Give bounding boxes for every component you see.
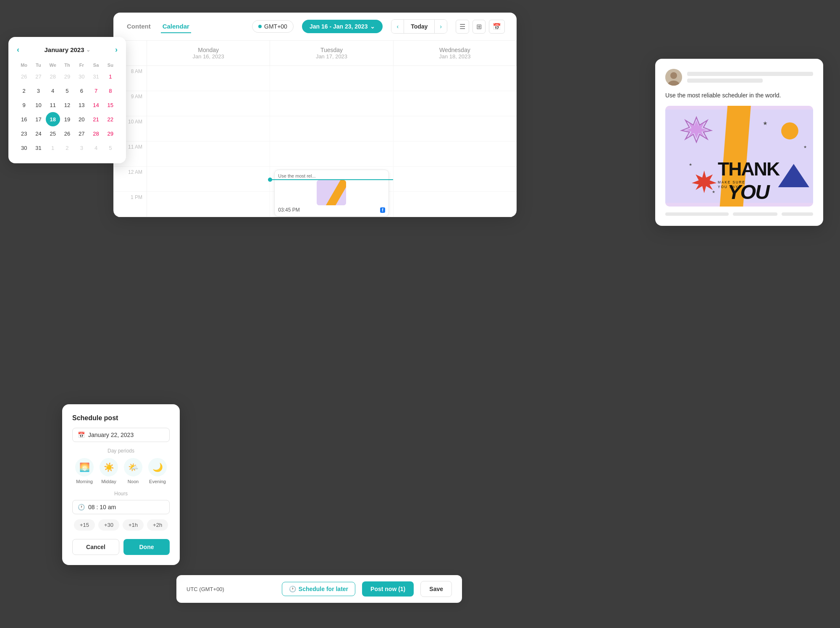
footer-line-2 xyxy=(733,212,777,216)
save-button[interactable]: Save xyxy=(420,581,452,597)
period-noon[interactable]: 🌤️ Noon xyxy=(124,458,142,484)
mini-calendar-title: January 2023 ⌄ xyxy=(44,46,90,53)
today-button[interactable]: Today xyxy=(404,20,435,33)
time-adjusters-group: +15 +30 +1h +2h xyxy=(72,519,170,531)
period-evening[interactable]: 🌙 Evening xyxy=(148,458,167,484)
weekday-sa: Sa xyxy=(89,61,103,69)
hours-label: Hours xyxy=(72,491,170,497)
midday-label: Midday xyxy=(101,479,116,484)
svg-text:★: ★ xyxy=(803,145,807,149)
evening-icon: 🌙 xyxy=(148,458,167,476)
post-thumbnail xyxy=(317,180,346,205)
tuesday-column: Use the most rel... 03:45 PM f xyxy=(270,66,393,217)
clock-icon: 🕐 xyxy=(78,504,85,510)
period-midday[interactable]: ☀️ Midday xyxy=(100,458,118,484)
tab-content[interactable]: Content xyxy=(125,20,152,33)
weekday-tu: Tu xyxy=(31,61,45,69)
calendar-add-button[interactable]: 📅 xyxy=(489,20,505,34)
day-periods-label: Day periods xyxy=(72,448,170,454)
thank-you-image-svg: ★ ★ ★ ★ THANK MAKE SURE YOU SAY YOU xyxy=(665,106,813,207)
mini-calendar: ‹ January 2023 ⌄ › Mo Tu We Th Fr Sa Su … xyxy=(8,37,126,163)
preview-header xyxy=(665,69,813,86)
dialog-actions: Cancel Done xyxy=(72,539,170,555)
weekday-we: We xyxy=(46,61,60,69)
post-preview-panel: Use the most reliable scheduler in the w… xyxy=(655,59,823,226)
midday-icon: ☀️ xyxy=(100,458,118,476)
view-toggle-group: ☰ ⊞ 📅 xyxy=(456,20,505,34)
post-now-button[interactable]: Post now (1) xyxy=(362,581,414,597)
prev-month-button[interactable]: ‹ xyxy=(17,45,19,54)
noon-label: Noon xyxy=(128,479,139,484)
time-input[interactable]: 🕐 08 : 10 am xyxy=(72,500,170,514)
gmt-label: GMT+00 xyxy=(264,23,287,30)
day-26-prev[interactable]: 26 xyxy=(17,69,31,84)
post-preview-text: Use the most rel... xyxy=(278,173,385,178)
avatar-image xyxy=(665,69,682,86)
footer-line-1 xyxy=(665,212,729,216)
calendar-nav-group: ‹ Today › xyxy=(391,19,447,34)
svg-text:★: ★ xyxy=(689,162,692,167)
mini-calendar-header: ‹ January 2023 ⌄ › xyxy=(17,45,118,54)
done-button[interactable]: Done xyxy=(123,539,170,555)
calendar-post-card[interactable]: Use the most rel... 03:45 PM f xyxy=(274,170,388,217)
col-header-monday: Monday Jan 16, 2023 xyxy=(147,41,270,66)
preview-post-text: Use the most reliable scheduler in the w… xyxy=(665,92,813,100)
period-morning[interactable]: 🌅 Morning xyxy=(75,458,94,484)
time-indicator-line xyxy=(270,179,393,180)
morning-icon: 🌅 xyxy=(75,458,94,476)
date-range-button[interactable]: Jan 16 - Jan 23, 2023 ⌄ xyxy=(302,20,383,33)
time-value-text: 08 : 10 am xyxy=(88,504,116,510)
cancel-button[interactable]: Cancel xyxy=(72,539,119,555)
gmt-selector[interactable]: GMT+00 xyxy=(252,20,294,33)
svg-text:YOU: YOU xyxy=(727,180,770,203)
calendar-grid: Monday Jan 16, 2023 Tuesday Jan 17, 2023… xyxy=(113,41,517,217)
prev-week-button[interactable]: ‹ xyxy=(391,20,404,33)
weekday-mo: Mo xyxy=(17,61,31,69)
schedule-clock-icon: 🕐 xyxy=(289,586,296,592)
weekday-th: Th xyxy=(60,61,74,69)
timezone-label: UTC (GMT+00) xyxy=(186,586,224,592)
add-15min-button[interactable]: +15 xyxy=(74,519,95,531)
col-header-tuesday: Tuesday Jan 17, 2023 xyxy=(270,41,393,66)
avatar xyxy=(665,69,682,86)
evening-label: Evening xyxy=(149,479,166,484)
mini-calendar-grid: Mo Tu We Th Fr Sa Su 26 27 28 29 30 31 1… xyxy=(17,61,118,155)
preview-footer-lines xyxy=(665,212,813,216)
main-panel-header: Content Calendar GMT+00 Jan 16 - Jan 23,… xyxy=(113,13,517,41)
svg-point-1 xyxy=(670,72,677,79)
monday-column xyxy=(147,66,270,217)
preview-line-name xyxy=(687,72,813,76)
gmt-indicator xyxy=(258,25,262,28)
date-input[interactable]: 📅 January 22, 2023 xyxy=(72,428,170,442)
today-date[interactable]: 18 xyxy=(46,112,60,126)
dialog-title: Schedule post xyxy=(72,414,170,422)
thumb-slash-decoration xyxy=(322,180,346,205)
selected-date-text: January 22, 2023 xyxy=(88,432,134,438)
next-week-button[interactable]: › xyxy=(435,20,447,33)
add-30min-button[interactable]: +30 xyxy=(98,519,119,531)
post-time-row: 03:45 PM f xyxy=(278,207,385,213)
noon-icon: 🌤️ xyxy=(124,458,142,476)
bottom-action-bar: UTC (GMT+00) 🕐 Schedule for later Post n… xyxy=(176,575,462,603)
list-view-button[interactable]: ☰ xyxy=(456,20,469,34)
schedule-post-dialog: Schedule post 📅 January 22, 2023 Day per… xyxy=(62,404,180,565)
preview-line-handle xyxy=(687,78,763,83)
calendar-icon: 📅 xyxy=(78,432,85,438)
add-1h-button[interactable]: +1h xyxy=(123,519,144,531)
svg-text:★: ★ xyxy=(712,190,715,194)
add-2h-button[interactable]: +2h xyxy=(147,519,168,531)
weekday-fr: Fr xyxy=(74,61,89,69)
col-header-wednesday: Wednesday Jan 18, 2023 xyxy=(394,41,517,66)
svg-text:★: ★ xyxy=(763,120,768,126)
grid-view-button[interactable]: ⊞ xyxy=(472,20,486,34)
svg-text:THANK: THANK xyxy=(718,159,780,179)
day-periods-group: 🌅 Morning ☀️ Midday 🌤️ Noon 🌙 Evening xyxy=(72,458,170,484)
time-12am: 12 AM xyxy=(113,167,147,192)
time-1pm: 1 PM xyxy=(113,192,147,217)
schedule-later-button[interactable]: 🕐 Schedule for later xyxy=(282,582,355,596)
tab-calendar[interactable]: Calendar xyxy=(161,20,191,33)
weekday-su: Su xyxy=(103,61,118,69)
wednesday-column xyxy=(394,66,517,217)
footer-line-3 xyxy=(782,212,813,216)
next-month-button[interactable]: › xyxy=(115,45,118,54)
